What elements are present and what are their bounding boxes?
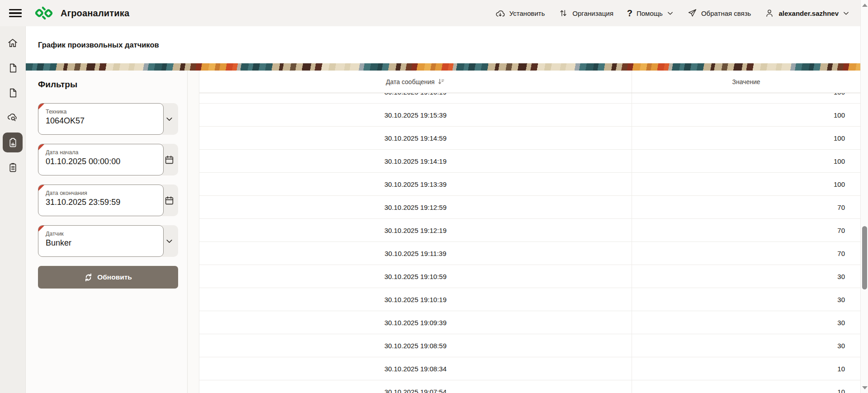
table-row[interactable]: 30.10.2025 19:14:19 100 bbox=[199, 150, 860, 173]
menu-item-label: alexander.sazhnev bbox=[778, 9, 839, 17]
header-left: Агроаналитика bbox=[9, 4, 129, 23]
menu-item-feedback[interactable]: Обратная связь bbox=[687, 8, 751, 18]
menu-item-organization[interactable]: Организация bbox=[558, 8, 613, 18]
cell-value: 70 bbox=[632, 242, 860, 265]
table-row[interactable]: 30.10.2025 19:16:19 100 bbox=[199, 93, 860, 104]
table-row[interactable]: 30.10.2025 19:08:34 10 bbox=[199, 357, 860, 380]
cell-message-date: 30.10.2025 19:14:19 bbox=[199, 150, 632, 172]
cell-message-date: 30.10.2025 19:13:39 bbox=[199, 173, 632, 195]
menu-item-label: Обратная связь bbox=[701, 9, 751, 17]
field-label: Датчик bbox=[46, 231, 157, 237]
field-label: Техника bbox=[46, 109, 157, 115]
sensor-data-table: Дата сообщения Значение 30.10.2025 19:16… bbox=[199, 71, 860, 393]
menu-item-label: Организация bbox=[572, 9, 613, 17]
select-chevron-icon bbox=[165, 237, 173, 245]
app-header: Агроаналитика Установить Организация ? П… bbox=[0, 0, 860, 26]
cell-message-date: 30.10.2025 19:07:54 bbox=[199, 380, 632, 393]
table-row[interactable]: 30.10.2025 19:10:19 30 bbox=[199, 288, 860, 311]
cell-value: 30 bbox=[632, 311, 860, 334]
column-header-date-label: Дата сообщения bbox=[386, 78, 435, 85]
table-row[interactable]: 30.10.2025 19:15:39 100 bbox=[199, 104, 860, 127]
cell-value: 10 bbox=[632, 380, 860, 393]
filter-field-date-1: Дата начала bbox=[38, 144, 178, 175]
field-input[interactable] bbox=[46, 238, 157, 248]
cell-value: 30 bbox=[632, 288, 860, 311]
clipboard-chart-icon bbox=[7, 137, 19, 148]
header-menu: Установить Организация ? Помощь Обратная… bbox=[495, 8, 849, 19]
field-input[interactable] bbox=[46, 116, 157, 126]
cell-message-date: 30.10.2025 19:10:59 bbox=[199, 265, 632, 288]
sort-descending-icon bbox=[437, 78, 445, 85]
cloud-search-icon bbox=[7, 112, 19, 123]
cell-value: 100 bbox=[632, 150, 860, 172]
menu-item-label: Помощь bbox=[637, 9, 663, 17]
cell-message-date: 30.10.2025 19:08:59 bbox=[199, 334, 632, 357]
cell-message-date: 30.10.2025 19:08:34 bbox=[199, 357, 632, 380]
app-title: Агроаналитика bbox=[61, 8, 129, 19]
sidebar bbox=[0, 26, 26, 393]
cell-value: 100 bbox=[632, 104, 860, 126]
refresh-icon bbox=[84, 273, 93, 282]
scrollbar-down-arrow[interactable] bbox=[862, 386, 868, 389]
hamburger-menu-button[interactable] bbox=[9, 9, 22, 18]
chevron-down-icon bbox=[667, 10, 674, 17]
cell-message-date: 30.10.2025 19:15:39 bbox=[199, 104, 632, 126]
sidebar-item-sensor-chart[interactable] bbox=[3, 133, 23, 152]
scrollbar-thumb[interactable] bbox=[862, 226, 867, 289]
filters-title: Фильтры bbox=[38, 80, 178, 90]
field-input[interactable] bbox=[46, 157, 157, 166]
table-row[interactable]: 30.10.2025 19:12:19 70 bbox=[199, 219, 860, 242]
cell-value: 70 bbox=[632, 196, 860, 218]
home-icon bbox=[7, 37, 19, 49]
scrollbar-up-arrow[interactable] bbox=[862, 4, 868, 7]
question-icon: ? bbox=[627, 9, 632, 18]
table-row[interactable]: 30.10.2025 19:13:39 100 bbox=[199, 173, 860, 196]
chevron-down-icon bbox=[843, 10, 849, 17]
column-header-value[interactable]: Значение bbox=[632, 71, 860, 93]
filter-field-date-2: Дата окончания bbox=[38, 185, 178, 216]
sidebar-item-document-1[interactable] bbox=[3, 58, 23, 78]
table-row[interactable]: 30.10.2025 19:07:54 10 bbox=[199, 380, 860, 393]
filters-fields: Техника Дата начала Дата окончания Датчи… bbox=[38, 103, 178, 257]
cell-message-date: 30.10.2025 19:16:19 bbox=[199, 93, 632, 103]
cell-value: 70 bbox=[632, 219, 860, 241]
paper-plane-icon bbox=[687, 8, 697, 18]
column-header-date[interactable]: Дата сообщения bbox=[199, 71, 632, 93]
cell-message-date: 30.10.2025 19:10:19 bbox=[199, 288, 632, 311]
page-scrollbar[interactable] bbox=[860, 0, 868, 393]
page-subheader: График произвольных датчиков bbox=[26, 26, 860, 63]
refresh-button-label: Обновить bbox=[97, 273, 132, 281]
sidebar-item-home[interactable] bbox=[3, 33, 23, 53]
column-header-value-label: Значение bbox=[732, 78, 760, 85]
table-row[interactable]: 30.10.2025 19:12:59 70 bbox=[199, 196, 860, 219]
document-icon bbox=[7, 62, 19, 74]
app-logo-icon bbox=[34, 4, 53, 23]
menu-item-help[interactable]: ? Помощь bbox=[627, 9, 674, 18]
filters-panel: Фильтры Техника Дата начала Дата окончан… bbox=[26, 71, 188, 393]
sync-arrows-icon bbox=[558, 8, 568, 18]
sidebar-item-document-2[interactable] bbox=[3, 83, 23, 103]
table-row[interactable]: 30.10.2025 19:11:39 70 bbox=[199, 242, 860, 265]
menu-item-install[interactable]: Установить bbox=[495, 8, 545, 19]
table-row[interactable]: 30.10.2025 19:10:59 30 bbox=[199, 265, 860, 288]
field-input[interactable] bbox=[46, 198, 157, 207]
filter-field-техника: Техника bbox=[38, 103, 178, 135]
cell-message-date: 30.10.2025 19:09:39 bbox=[199, 311, 632, 334]
table-row[interactable]: 30.10.2025 19:09:39 30 bbox=[199, 311, 860, 334]
cell-message-date: 30.10.2025 19:12:59 bbox=[199, 196, 632, 218]
calendar-icon bbox=[164, 195, 175, 206]
cell-value: 30 bbox=[632, 265, 860, 288]
page-title: График произвольных датчиков bbox=[38, 41, 159, 49]
cloud-download-icon bbox=[495, 8, 505, 19]
decorative-pattern-strip bbox=[26, 63, 860, 71]
menu-item-label: Установить bbox=[509, 9, 545, 17]
cell-value: 100 bbox=[632, 173, 860, 195]
calendar-icon bbox=[164, 155, 175, 165]
refresh-button[interactable]: Обновить bbox=[38, 266, 178, 289]
sidebar-item-journal[interactable] bbox=[3, 157, 23, 177]
menu-item-user[interactable]: alexander.sazhnev bbox=[764, 8, 849, 18]
table-row[interactable]: 30.10.2025 19:08:59 30 bbox=[199, 334, 860, 357]
sidebar-item-cloud-search[interactable] bbox=[3, 108, 23, 128]
table-row[interactable]: 30.10.2025 19:14:59 100 bbox=[199, 127, 860, 150]
cell-value: 10 bbox=[632, 357, 860, 380]
